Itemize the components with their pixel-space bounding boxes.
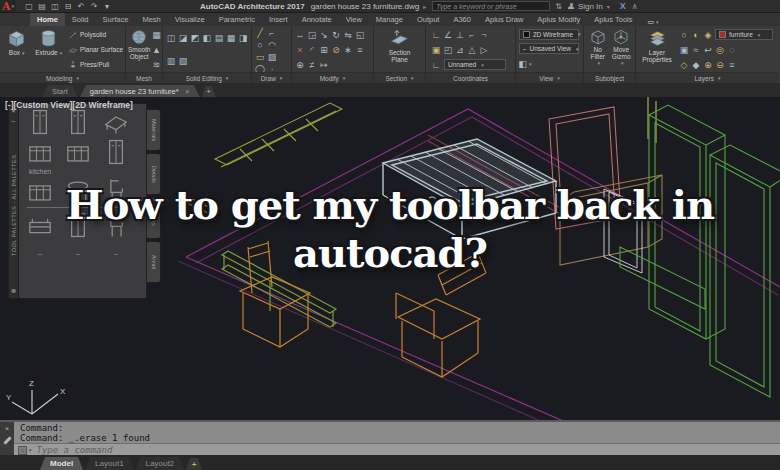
sign-in-link[interactable]: Sign In <box>578 2 603 11</box>
model-viewport[interactable]: [-][Custom View][2D Wireframe] <box>0 97 780 420</box>
layout-tab-model[interactable]: Model <box>40 457 83 470</box>
layer-isolate-icon[interactable]: ◎ <box>714 44 726 56</box>
layout-tab-layout1[interactable]: Layout1 <box>85 457 133 470</box>
layer-match-icon[interactable]: ≈ <box>690 44 702 56</box>
offset-icon[interactable]: ≡ <box>354 44 366 56</box>
layout-tab-layout2[interactable]: Layout2 <box>136 457 184 470</box>
command-close-icon[interactable]: × <box>5 425 9 432</box>
ucs-previous-icon[interactable]: ∠ <box>442 29 454 41</box>
file-tab-document[interactable]: garden house 23 furniture* ✕ <box>80 85 200 97</box>
search-scope-arrow-icon[interactable]: ▸ <box>423 3 426 10</box>
new-file-icon[interactable]: ▢ <box>24 1 34 11</box>
ribbon-tab-insert[interactable]: Insert <box>262 13 295 26</box>
break-icon[interactable]: ≠ <box>306 59 318 71</box>
press-pull-button[interactable]: Press/Pull <box>68 60 123 70</box>
kitchen-column-cabinet-tool[interactable] <box>103 138 129 166</box>
panel-label-layers[interactable]: Layers <box>636 72 779 83</box>
no-filter-button[interactable]: No Filter <box>586 27 610 72</box>
sign-in-dropdown-icon[interactable]: ▾ <box>607 3 610 10</box>
view-name-dropdown[interactable]: ⌐ Unsaved View <box>519 43 579 54</box>
layer-previous-icon[interactable]: ↩ <box>702 44 714 56</box>
panel-label-coordinates[interactable]: Coordinates <box>426 72 515 83</box>
undo-icon[interactable]: ↶ <box>76 1 86 11</box>
move-gizmo-button[interactable]: Move Gizmo <box>610 27 634 72</box>
ucs-origin-icon[interactable]: ▣ <box>430 44 442 56</box>
mesh-smooth-more-icon[interactable]: ≋ <box>150 59 162 71</box>
palette-properties-icon[interactable]: ⊛ <box>11 287 16 294</box>
qat-dropdown-icon[interactable]: ▾ <box>102 1 112 11</box>
fillet-icon[interactable]: ◜ <box>306 44 318 56</box>
new-layout-button[interactable]: + <box>186 458 202 470</box>
ribbon-tab-parametric[interactable]: Parametric <box>212 13 262 26</box>
interfere-icon[interactable]: ▦ <box>225 32 237 44</box>
command-suggestion-icon[interactable]: ⌂ <box>18 446 27 455</box>
ribbon-display-toggle-icon[interactable]: ▭ <box>647 18 658 26</box>
ucs-named-dropdown[interactable]: Unnamed <box>444 59 506 70</box>
stretch-icon[interactable]: ↘ <box>318 29 330 41</box>
layer-unisolate-icon[interactable]: ◌ <box>726 44 738 56</box>
planar-surface-button[interactable]: Planar Surface <box>68 45 123 55</box>
lengthen-icon[interactable]: ↦ <box>318 59 330 71</box>
ellipse-icon[interactable]: ◯ <box>254 63 266 72</box>
ucs-world-icon[interactable]: ∟ <box>430 29 442 41</box>
extract-edges-icon[interactable]: ◨ <box>237 32 249 44</box>
thicken-icon[interactable]: ▤ <box>213 32 225 44</box>
new-drawing-tab-button[interactable]: + <box>202 86 216 97</box>
plot-icon[interactable]: ⊟ <box>63 1 73 11</box>
smooth-object-button[interactable]: Smooth Object <box>128 27 150 72</box>
ucs-3point-icon[interactable]: ⊿ <box>454 44 466 56</box>
rotate-icon[interactable]: ↻ <box>330 29 342 41</box>
a360-sync-icon[interactable]: ⇅ <box>555 2 562 11</box>
polysolid-button[interactable]: Polysolid <box>68 30 123 40</box>
palette-tab-materials[interactable]: Materials <box>147 109 161 151</box>
visual-style-dropdown[interactable]: 2D Wireframe <box>519 29 579 40</box>
ucs-x-icon[interactable]: △ <box>466 44 478 56</box>
ribbon-tab-surface[interactable]: Surface <box>96 13 136 26</box>
ribbon-tab-view[interactable]: View <box>339 13 369 26</box>
mirror-icon[interactable]: ⇋ <box>342 29 354 41</box>
viewport-config-icon[interactable]: ◧ <box>519 58 531 70</box>
panel-label-mesh[interactable]: Mesh <box>126 72 162 83</box>
layer-walk-icon[interactable]: ≡ <box>726 59 738 71</box>
user-account-icon[interactable] <box>568 3 575 10</box>
layer-dropdown[interactable]: furniture <box>715 29 773 40</box>
ribbon-tab-aplus-tools[interactable]: Aplus Tools <box>587 13 639 26</box>
scale-icon[interactable]: ◱ <box>354 29 366 41</box>
copy-icon[interactable]: ◲ <box>306 29 318 41</box>
kitchen-drawer-cabinet-tool[interactable] <box>65 138 91 166</box>
ribbon-tab-aplus-draw[interactable]: Aplus Draw <box>478 13 530 26</box>
ucs-view-icon[interactable]: ¬ <box>478 29 490 41</box>
layer-make-current-icon[interactable]: ▣ <box>678 44 690 56</box>
layer-lock-icon[interactable]: ◈ <box>702 29 714 41</box>
layer-properties-button[interactable]: Layer Properties <box>638 27 676 72</box>
ucs-named-icon[interactable]: ∟ <box>430 59 442 71</box>
hatch-icon[interactable]: ▨ <box>266 51 278 63</box>
save-icon[interactable]: ◫ <box>50 1 60 11</box>
redo-icon[interactable]: ↷ <box>89 1 99 11</box>
fillet-edge-icon[interactable]: ▧ <box>177 55 189 67</box>
explode-icon[interactable]: ∗ <box>342 44 354 56</box>
ribbon-tab-aplus-modify[interactable]: Aplus Modify <box>530 13 587 26</box>
slice-icon[interactable]: ◧ <box>201 32 213 44</box>
layer-freeze-icon[interactable]: ◐ <box>690 29 702 41</box>
trim-icon[interactable]: × <box>294 44 306 56</box>
box-button[interactable]: Box <box>2 27 31 72</box>
open-file-icon[interactable]: ▤ <box>37 1 47 11</box>
ucs-y-icon[interactable]: ▷ <box>478 44 490 56</box>
layer-off-icon[interactable]: ◆ <box>690 59 702 71</box>
file-tab-close-icon[interactable]: ✕ <box>185 88 190 95</box>
offset-edge-icon[interactable]: ▥ <box>165 55 177 67</box>
mesh-refine-icon[interactable]: ▦ <box>150 29 162 41</box>
panel-label-draw[interactable]: Draw <box>252 72 291 83</box>
ribbon-tab-manage[interactable]: Manage <box>369 13 410 26</box>
command-options-arrow-icon[interactable]: ▾ <box>29 447 32 453</box>
palette-autohide-icon[interactable]: ⇔ <box>11 118 17 124</box>
panel-label-modify[interactable]: Modify <box>292 72 373 83</box>
exchange-apps-icon[interactable]: X <box>620 1 626 11</box>
section-plane-button[interactable]: Section Plane <box>380 27 420 72</box>
move-icon[interactable]: ↔ <box>294 29 306 41</box>
kitchen-tall-cabinet-tool[interactable] <box>27 108 53 136</box>
union-icon[interactable]: ◫ <box>165 32 177 44</box>
layer-delete-icon[interactable]: ⊖ <box>714 59 726 71</box>
polyline-icon[interactable]: ⌐ <box>266 27 278 39</box>
